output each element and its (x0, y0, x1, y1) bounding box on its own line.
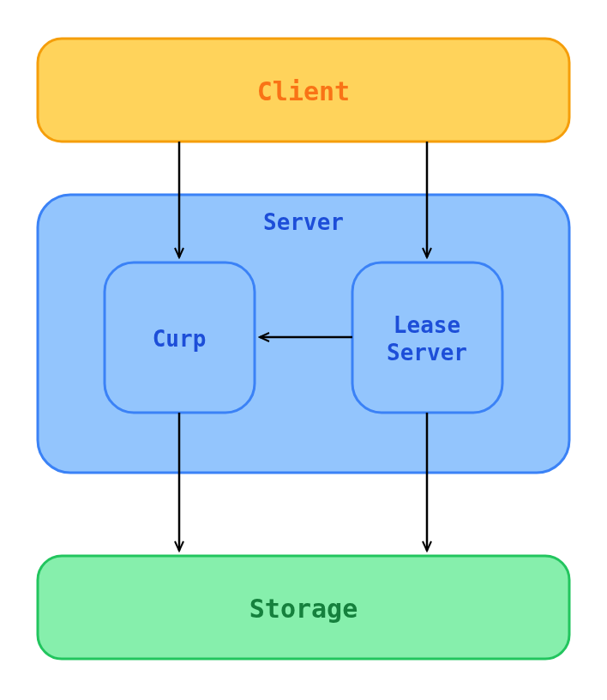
curp-label: Curp (153, 326, 207, 352)
lease-server-node: Lease Server (352, 262, 502, 413)
storage-node: Storage (38, 556, 569, 659)
client-label: Client (257, 76, 350, 106)
storage-label: Storage (249, 594, 358, 624)
server-label: Server (263, 209, 344, 235)
client-node: Client (38, 39, 569, 142)
lease-server-label-line1: Lease (394, 312, 460, 338)
architecture-diagram: Client Server Curp Lease Server Storage (0, 0, 607, 700)
server-node: Server Curp Lease Server (38, 195, 569, 473)
lease-server-label-line2: Server (387, 340, 467, 365)
curp-node: Curp (105, 262, 255, 413)
